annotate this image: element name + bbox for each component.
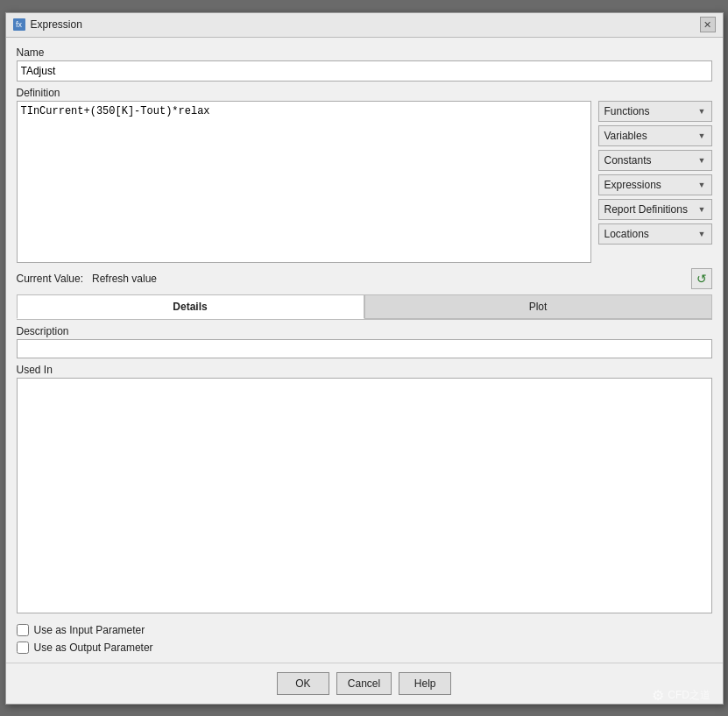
locations-button[interactable]: Locations ▼ — [598, 223, 712, 245]
definition-row: <span class="kw-blue">TInCurrent</span>+… — [17, 101, 712, 263]
definition-section: Definition <span class="kw-blue">TInCurr… — [17, 87, 712, 263]
tab-plot[interactable]: Plot — [364, 294, 712, 319]
description-section: Description — [17, 325, 712, 358]
locations-arrow-icon: ▼ — [698, 230, 706, 238]
title-bar: fx Expression ✕ — [6, 13, 723, 38]
used-in-box — [17, 378, 712, 613]
tab-details[interactable]: Details — [17, 294, 364, 319]
dialog-title: Expression — [31, 18, 82, 31]
expressions-arrow-icon: ▼ — [698, 181, 706, 189]
output-param-label: Use as Output Parameter — [34, 642, 153, 654]
input-param-label: Use as Input Parameter — [34, 624, 145, 636]
expressions-button[interactable]: Expressions ▼ — [598, 174, 712, 195]
current-value-text: Current Value: Refresh value — [17, 273, 158, 285]
name-input[interactable] — [17, 60, 712, 82]
footer: OK Cancel Help — [6, 663, 723, 704]
title-bar-left: fx Expression — [13, 18, 82, 31]
name-label: Name — [17, 46, 712, 59]
report-definitions-button[interactable]: Report Definitions ▼ — [598, 199, 712, 220]
description-input[interactable] — [17, 339, 712, 358]
constants-arrow-icon: ▼ — [698, 156, 706, 165]
output-param-row[interactable]: Use as Output Parameter — [17, 642, 712, 654]
dialog-body: Name Definition <span class="kw-blue">TI… — [6, 38, 723, 663]
close-button[interactable]: ✕ — [700, 17, 716, 32]
output-param-checkbox[interactable] — [17, 642, 29, 654]
input-param-checkbox[interactable] — [17, 624, 29, 636]
checkboxes-row: Use as Input Parameter Use as Output Par… — [17, 624, 712, 654]
constants-button[interactable]: Constants ▼ — [598, 150, 712, 171]
tabs-row: Details Plot — [17, 294, 712, 320]
variables-button[interactable]: Variables ▼ — [598, 125, 712, 146]
buttons-col: Functions ▼ Variables ▼ Constants ▼ Expr… — [598, 101, 712, 245]
current-value-row: Current Value: Refresh value ↺ — [17, 268, 712, 289]
used-in-label: Used In — [17, 364, 712, 376]
used-in-section: Used In — [17, 364, 712, 613]
variables-arrow-icon: ▼ — [698, 131, 706, 140]
input-param-row[interactable]: Use as Input Parameter — [17, 624, 712, 636]
report-definitions-arrow-icon: ▼ — [698, 205, 706, 214]
functions-arrow-icon: ▼ — [698, 107, 706, 116]
name-section: Name — [17, 46, 712, 82]
functions-button[interactable]: Functions ▼ — [598, 101, 712, 122]
definition-textarea[interactable]: <span class="kw-blue">TInCurrent</span>+… — [17, 101, 591, 263]
expression-dialog: fx Expression ✕ Name Definition <span cl… — [5, 12, 724, 705]
definition-label: Definition — [17, 87, 712, 99]
watermark: ⚙ CFD之道 — [652, 687, 710, 704]
refresh-button[interactable]: ↺ — [691, 268, 712, 289]
help-button[interactable]: Help — [399, 672, 451, 695]
ok-button[interactable]: OK — [277, 672, 329, 695]
details-content: Description Used In — [17, 325, 712, 613]
description-label: Description — [17, 325, 712, 337]
cancel-button[interactable]: Cancel — [336, 672, 392, 695]
dialog-icon: fx — [13, 18, 25, 31]
